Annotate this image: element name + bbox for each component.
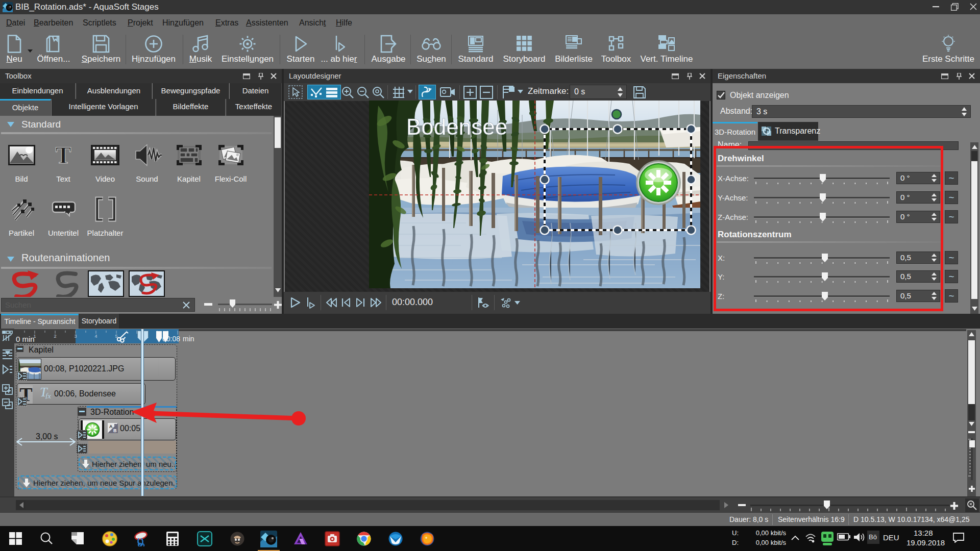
svg-text:B: B: [113, 428, 117, 433]
svg-text:2: 2: [54, 334, 56, 338]
svg-text:T: T: [56, 144, 71, 166]
svg-text:3: 3: [74, 334, 77, 338]
svg-text:A: A: [109, 424, 113, 429]
svg-text:1: 1: [33, 334, 36, 338]
svg-text:fx: fx: [45, 392, 51, 399]
svg-text:Bodensee: Bodensee: [406, 114, 507, 139]
svg-text:4: 4: [94, 334, 97, 338]
